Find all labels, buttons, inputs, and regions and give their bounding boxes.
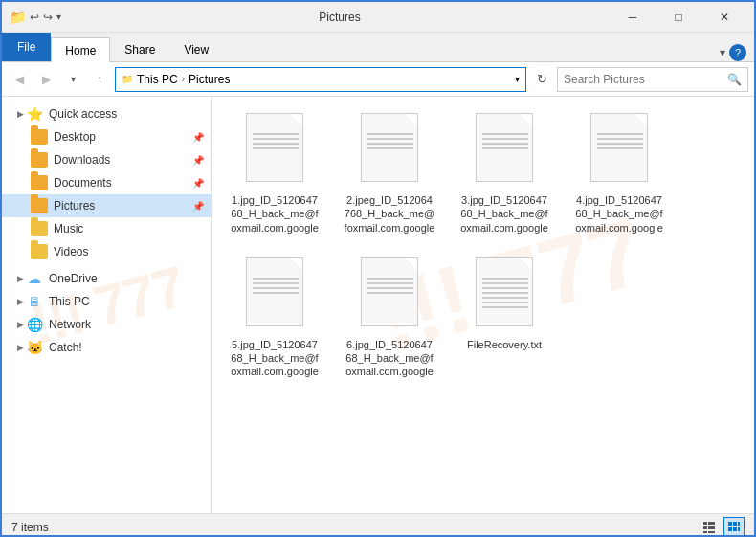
- file-label-3: 3.jpg_ID_512064768_H_back_me@foxmail.com…: [458, 193, 550, 235]
- back-button[interactable]: ◀: [8, 68, 31, 91]
- view-icons: [699, 517, 745, 538]
- pin-icon-downloads: 📌: [192, 155, 204, 166]
- address-path[interactable]: 📁 This PC › Pictures ▾: [115, 67, 526, 92]
- sidebar-item-desktop[interactable]: Desktop 📌: [2, 125, 211, 148]
- expand-arrow-icon: ▶: [17, 109, 24, 119]
- main-area: !!! 777 ▶ ⭐ Quick access Desktop 📌 Downl…: [2, 97, 754, 513]
- search-icon: 🔍: [727, 73, 742, 86]
- details-view-button[interactable]: [723, 517, 745, 538]
- folder-downloads-icon: [31, 151, 48, 168]
- pin-icon-documents: 📌: [192, 178, 204, 189]
- sidebar-item-documents[interactable]: Documents 📌: [2, 171, 211, 194]
- file-icon-1: [240, 113, 309, 190]
- folder-music-icon: [31, 220, 48, 237]
- file-item-7[interactable]: FileRecovery.txt: [452, 251, 557, 386]
- sidebar-label-catch: Catch!: [49, 341, 82, 354]
- sidebar-label-onedrive: OneDrive: [49, 272, 98, 285]
- sidebar-label-documents: Documents: [54, 176, 112, 190]
- file-content: !!! 777 1.jpg_ID_512064768_H_back_me@fox…: [212, 97, 754, 513]
- close-button[interactable]: ✕: [702, 2, 746, 33]
- file-icon-5: [240, 257, 309, 334]
- sidebar-item-onedrive[interactable]: ▶ ☁ OneDrive: [2, 267, 211, 290]
- tab-share[interactable]: Share: [110, 36, 169, 61]
- help-button[interactable]: ?: [729, 44, 746, 61]
- item-count: 7 items: [11, 521, 49, 534]
- sidebar-label-downloads: Downloads: [54, 153, 110, 167]
- sidebar-item-catch[interactable]: ▶ 🐱 Catch!: [2, 336, 211, 359]
- expand-arrow-onedrive: ▶: [17, 274, 24, 283]
- sidebar-item-quick-access[interactable]: ▶ ⭐ Quick access: [2, 102, 211, 125]
- sidebar-label-desktop: Desktop: [54, 130, 96, 144]
- file-label-7: FileRecovery.txt: [467, 338, 542, 351]
- sidebar-label-thispc: This PC: [49, 295, 90, 308]
- file-item-1[interactable]: 1.jpg_ID_512064768_H_back_me@foxmail.com…: [222, 106, 327, 241]
- file-item-3[interactable]: 3.jpg_ID_512064768_H_back_me@foxmail.com…: [452, 106, 557, 241]
- file-item-6[interactable]: 6.jpg_ID_512064768_H_back_me@foxmail.com…: [337, 251, 442, 386]
- file-icon-6: [355, 257, 424, 334]
- up-button[interactable]: ↑: [88, 68, 111, 91]
- search-input[interactable]: [564, 73, 727, 86]
- file-item-5[interactable]: 5.jpg_ID_512064768_H_back_me@foxmail.com…: [222, 251, 327, 386]
- sidebar-item-downloads[interactable]: Downloads 📌: [2, 148, 211, 171]
- network-icon: 🌐: [26, 316, 43, 333]
- star-icon: ⭐: [26, 105, 43, 123]
- tab-file[interactable]: File: [2, 33, 51, 61]
- sidebar-label-music: Music: [54, 222, 83, 235]
- sidebar-label-pictures: Pictures: [54, 199, 95, 213]
- tab-view[interactable]: View: [169, 36, 223, 61]
- folder-icon-small: 📁: [10, 10, 26, 25]
- svg-rect-0: [703, 522, 707, 525]
- search-box[interactable]: 🔍: [557, 67, 748, 92]
- sidebar-item-music[interactable]: Music: [2, 217, 211, 240]
- svg-rect-1: [708, 522, 715, 525]
- file-label-1: 1.jpg_ID_512064768_H_back_me@foxmail.com…: [229, 193, 321, 235]
- sidebar: !!! 777 ▶ ⭐ Quick access Desktop 📌 Downl…: [2, 97, 212, 513]
- tab-home[interactable]: Home: [51, 37, 110, 62]
- path-pictures[interactable]: Pictures: [189, 73, 230, 86]
- svg-rect-5: [708, 531, 715, 533]
- ribbon-tabs: File Home Share View ▾ ?: [2, 33, 754, 61]
- folder-documents-icon: [31, 174, 48, 191]
- svg-rect-11: [738, 527, 740, 531]
- refresh-button[interactable]: ↻: [530, 68, 553, 91]
- pc-icon: 🖥: [26, 293, 43, 310]
- svg-rect-6: [728, 522, 732, 526]
- svg-rect-9: [728, 527, 732, 531]
- path-dropdown-icon[interactable]: ▾: [515, 74, 520, 84]
- title-bar: 📁 ↩ ↪ ▾ Pictures ─ □ ✕: [2, 2, 754, 33]
- expand-arrow-network: ▶: [17, 320, 24, 329]
- file-label-5: 5.jpg_ID_512064768_H_back_me@foxmail.com…: [229, 338, 321, 379]
- expand-arrow-catch: ▶: [17, 343, 24, 352]
- dropdown-arrow-nav[interactable]: ▾: [61, 68, 84, 91]
- svg-rect-7: [733, 522, 737, 526]
- sidebar-label-network: Network: [49, 318, 91, 331]
- sidebar-label-videos: Videos: [54, 245, 88, 258]
- sidebar-item-network[interactable]: ▶ 🌐 Network: [2, 313, 211, 336]
- sidebar-item-videos[interactable]: Videos: [2, 240, 211, 263]
- file-label-4: 4.jpg_ID_512064768_H_back_me@foxmail.com…: [573, 193, 665, 235]
- undo-icon[interactable]: ↩: [30, 11, 39, 24]
- file-label-2: 2.jpeg_ID_512064768_H_back_me@foxmail.co…: [344, 193, 435, 235]
- dropdown-icon[interactable]: ▾: [56, 11, 61, 22]
- file-item-2[interactable]: 2.jpeg_ID_512064768_H_back_me@foxmail.co…: [337, 106, 442, 241]
- ribbon-collapse-icon[interactable]: ▾: [720, 46, 725, 59]
- svg-rect-3: [708, 526, 715, 529]
- forward-button[interactable]: ▶: [34, 68, 57, 91]
- sidebar-item-thispc[interactable]: ▶ 🖥 This PC: [2, 290, 211, 313]
- maximize-button[interactable]: □: [656, 2, 700, 33]
- file-item-4[interactable]: 4.jpg_ID_512064768_H_back_me@foxmail.com…: [567, 106, 672, 241]
- path-this-pc[interactable]: This PC: [137, 73, 178, 86]
- folder-videos-icon: [31, 243, 48, 260]
- window-title: Pictures: [69, 11, 611, 24]
- file-icon-4: [585, 113, 654, 190]
- svg-rect-2: [703, 526, 707, 529]
- svg-rect-8: [738, 522, 740, 526]
- sidebar-item-pictures[interactable]: Pictures 📌: [2, 194, 211, 217]
- cat-icon: 🐱: [26, 339, 43, 356]
- redo-icon[interactable]: ↪: [43, 11, 53, 24]
- file-grid: 1.jpg_ID_512064768_H_back_me@foxmail.com…: [222, 106, 745, 386]
- folder-desktop-icon: [31, 128, 48, 145]
- minimize-button[interactable]: ─: [611, 2, 655, 33]
- list-view-button[interactable]: [699, 517, 720, 538]
- ribbon: File Home Share View ▾ ?: [2, 33, 754, 62]
